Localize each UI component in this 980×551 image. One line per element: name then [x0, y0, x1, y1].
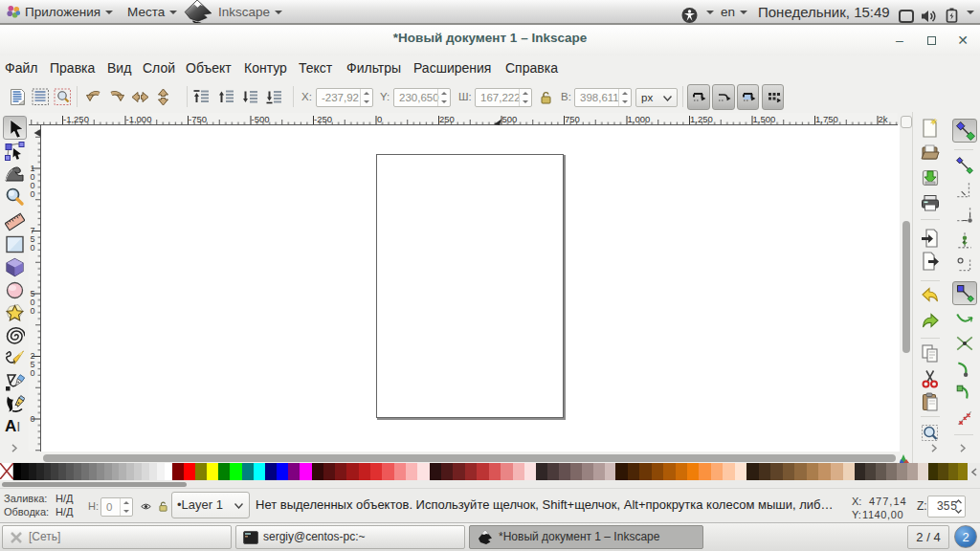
- svg-text:0: 0: [31, 189, 35, 199]
- svg-text:750: 750: [565, 114, 580, 124]
- svg-text:0: 0: [31, 306, 35, 316]
- svg-text:1,000: 1,000: [628, 114, 651, 124]
- svg-text:0: 0: [31, 368, 35, 378]
- svg-text:-1,000: -1,000: [126, 114, 152, 124]
- svg-text:-250: -250: [314, 114, 332, 124]
- svg-text:0: 0: [31, 243, 35, 253]
- svg-text:250: 250: [439, 114, 455, 124]
- svg-text:1,500: 1,500: [753, 114, 776, 124]
- svg-text:-750: -750: [189, 114, 207, 124]
- svg-text:-1,250: -1,250: [63, 114, 89, 124]
- svg-text:0: 0: [31, 414, 35, 424]
- svg-text:500: 500: [502, 114, 518, 124]
- svg-text:2k: 2k: [879, 114, 888, 124]
- svg-text:0: 0: [377, 114, 382, 124]
- svg-text:1,750: 1,750: [815, 114, 838, 124]
- svg-text:1,250: 1,250: [690, 114, 713, 124]
- svg-text:-500: -500: [252, 114, 270, 124]
